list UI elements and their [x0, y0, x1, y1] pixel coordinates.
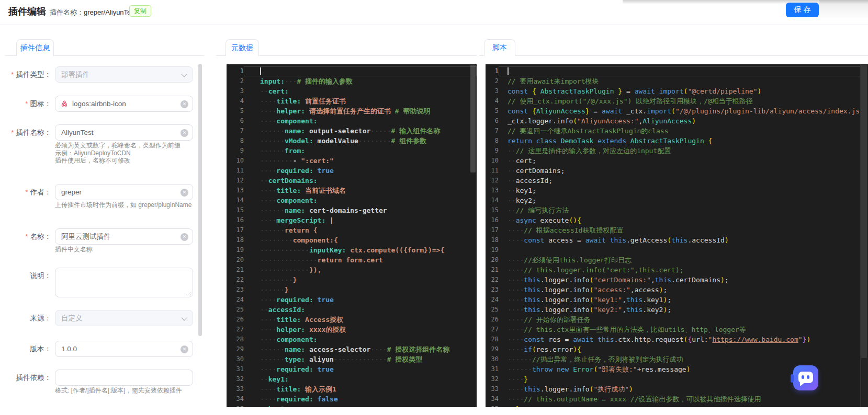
code-line: 16··async execute(){	[486, 215, 868, 225]
code-line: 6_ctx.logger.info("AliyunAccess:",Aliyun…	[486, 116, 868, 126]
code-line: 30······type: aliyun·············# 授权类型	[227, 354, 477, 364]
author-input[interactable]	[55, 185, 193, 200]
plugin-name-helper: 必须为英文或数字，驼峰命名，类型作为前缀 示例：AliyunDeployToCD…	[55, 142, 181, 165]
code-line: 5····helper: 请选择前置任务产生的证书 # 帮助说明	[227, 106, 477, 116]
code-line: 1	[486, 66, 868, 76]
code-line: 9······from:	[227, 146, 477, 156]
code-line: 2// 要用await来import模块	[486, 76, 868, 86]
tab-script[interactable]: 脚本	[484, 39, 515, 56]
source-select[interactable]: 自定义	[55, 310, 193, 326]
code-line: 24····this.logger.info("key1:",this.key1…	[486, 295, 868, 305]
code-line: 32··key1:	[227, 374, 477, 384]
code-line: 34····required: false	[227, 394, 477, 404]
clear-icon[interactable]: ✕	[181, 129, 188, 137]
code-line: 7······name: output-selector·····# 输入组件名…	[227, 126, 477, 136]
plugin-name-input[interactable]	[55, 125, 193, 140]
code-line: 20··············return form.cert	[227, 255, 477, 265]
chat-assistant-button[interactable]	[793, 365, 818, 390]
code-line: 18········component:{	[227, 235, 477, 245]
script-code-editor[interactable]: 12// 要用await来import模块3const { AbstractTa…	[486, 64, 868, 407]
code-line: 3··cert:	[227, 86, 477, 96]
chevron-down-icon	[182, 72, 186, 76]
code-line: 14··key2;	[486, 195, 868, 205]
code-line: 17····// 根据accessId获取授权配置	[486, 225, 868, 235]
code-line: 23······}	[227, 285, 477, 295]
author-helper: 上传插件市场时作为前缀，如 greper/pluginName	[55, 201, 191, 209]
save-button[interactable]: 保存	[786, 3, 819, 17]
code-line: 34····// this.outputName = xxxx //设置输出参数…	[486, 394, 868, 404]
script-editor-scroll-thumb[interactable]	[861, 65, 867, 358]
code-line: 3const { AbstractTaskPlugin } = await im…	[486, 86, 868, 96]
code-line: 26····// 开始你的部署任务	[486, 315, 868, 325]
form-scrollbar[interactable]	[198, 64, 202, 336]
code-line: 33····title: 输入示例1	[227, 384, 477, 394]
tab-plugin-info[interactable]: 插件信息	[16, 39, 54, 56]
metadata-editor-scrollbar[interactable]	[470, 65, 476, 172]
metadata-code-editor[interactable]: 12input:···# 插件的输入参数3··cert:4····title: …	[227, 64, 477, 407]
dependency-helper: 格式: [作者/]插件名[:版本]，需先安装依赖插件	[55, 387, 182, 395]
code-line: 35··}	[486, 404, 868, 407]
clear-icon[interactable]: ✕	[181, 189, 188, 197]
code-line: 13····title: 当前证书域名	[227, 186, 477, 195]
copy-button[interactable]: 复制	[129, 5, 151, 17]
clear-icon[interactable]: ✕	[181, 345, 188, 353]
script-tabbar	[479, 39, 868, 56]
code-line: 18····const access = await this.getAcces…	[486, 235, 868, 245]
description-textarea[interactable]	[55, 268, 193, 297]
icon-input-wrap: ✕	[55, 96, 193, 112]
version-input-wrap: ✕	[55, 341, 193, 357]
plugin-name-value: greper/AliyunTest	[84, 8, 136, 16]
plugin-name-label: 插件名称：	[50, 8, 84, 16]
chat-robot-ear	[791, 374, 794, 383]
code-line: 25··accessId:	[227, 305, 477, 315]
plugin-type-label: 插件类型：	[0, 70, 51, 79]
tab-metadata[interactable]: 元数据	[226, 39, 259, 56]
header-divider	[0, 25, 868, 25]
script-editor-scrollbar[interactable]	[860, 64, 868, 407]
icon-input[interactable]	[55, 96, 193, 111]
code-line: 20····//必须使用this.logger打印日志	[486, 255, 868, 265]
code-line: 21····// this.logger.info("cert:",this.c…	[486, 265, 868, 275]
cn-name-helper: 插件中文名称	[55, 246, 93, 253]
code-line: 15··// 编写执行方法	[486, 205, 868, 215]
code-line: 14····component:	[227, 195, 477, 205]
code-line: 19············inputKey: ctx.compute(({fo…	[227, 245, 477, 255]
robot-eye	[807, 375, 809, 379]
script-code: 12// 要用await来import模块3const { AbstractTa…	[486, 66, 868, 407]
code-line: 27····// this.ctx里面有一些常用的方法类，比如utils、htt…	[486, 325, 868, 335]
clear-icon[interactable]: ✕	[181, 233, 188, 241]
code-line: 28····component:	[227, 335, 477, 344]
code-line: 2input:···# 插件的输入参数	[227, 76, 477, 86]
cn-name-input[interactable]	[55, 229, 193, 244]
version-input[interactable]	[55, 341, 193, 356]
code-line: 19	[486, 245, 868, 255]
code-line: 29······name: access-selector····# 授权选择组…	[227, 344, 477, 354]
chat-bubble-tail	[800, 383, 805, 386]
clear-icon[interactable]: ✕	[181, 100, 188, 108]
code-line: 24····required: true	[227, 295, 477, 305]
plugin-name-field-label: 插件名称：	[0, 128, 51, 137]
code-line: 22····this.logger.info("certDomains:",th…	[486, 275, 868, 285]
plugin-name-meta: 插件名称：greper/AliyunTest	[50, 8, 136, 17]
dependency-input[interactable]	[55, 370, 193, 385]
code-line: 5const {AliyunAccess} = await _ctx.impor…	[486, 106, 868, 116]
author-label: 作者：	[0, 188, 51, 197]
plugin-type-select[interactable]: 部署插件	[55, 66, 193, 83]
author-input-wrap: ✕	[55, 184, 193, 200]
icon-label: 图标：	[0, 99, 51, 109]
code-line: 26····title: Access授权	[227, 315, 477, 325]
chat-robot-icon	[798, 372, 813, 383]
code-line: 1	[227, 66, 477, 76]
cn-name-input-wrap: ✕	[55, 228, 193, 245]
code-line: 17······return {	[227, 225, 477, 235]
plugin-edit-page: 插件编辑 插件名称：greper/AliyunTest 复制 保存 插件信息 插…	[0, 0, 868, 415]
robot-eye	[802, 375, 804, 379]
code-line: 7// 要返回一个继承AbstractTaskPlugin的class	[486, 126, 868, 136]
header-corner-shadow	[819, 0, 868, 19]
plugin-name-input-wrap: ✕	[55, 124, 193, 141]
airbnb-icon	[60, 100, 69, 108]
code-line: 10········- ":cert:"	[227, 156, 477, 166]
source-label: 来源：	[0, 314, 51, 323]
code-line: 4····title: 前置任务证书	[227, 96, 477, 106]
chevron-down-icon	[182, 316, 186, 320]
